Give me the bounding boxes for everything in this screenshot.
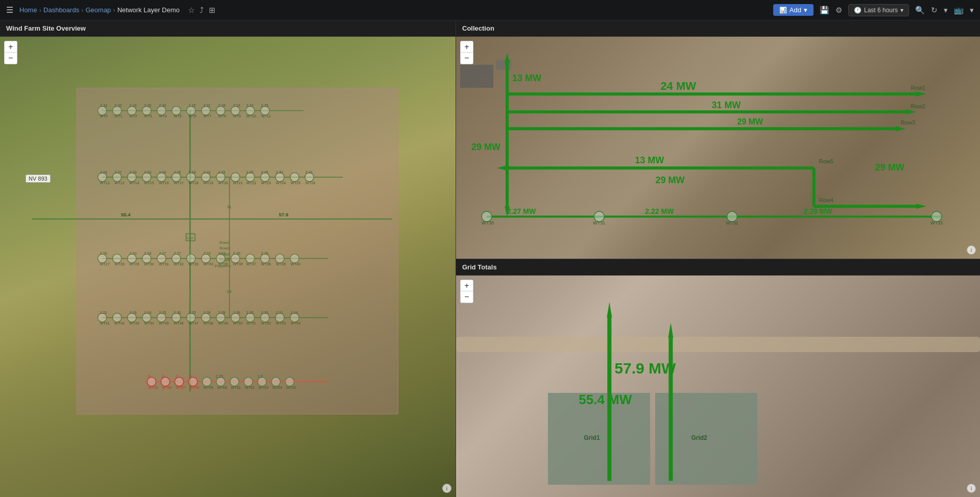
add-chevron-icon: ▾	[804, 6, 807, 14]
more-icon[interactable]: ▾	[970, 6, 974, 15]
grid-totals-zoom-in[interactable]: +	[461, 280, 473, 291]
svg-text:57.9 MW: 57.9 MW	[614, 360, 676, 377]
wind-farm-map-container[interactable]: + − NV 893	[0, 37, 456, 497]
grid-totals-zoom-out[interactable]: −	[461, 291, 473, 303]
left-panel-title: Wind Farm Site Overview	[0, 20, 456, 37]
grid-totals-info-icon[interactable]: i	[967, 484, 976, 493]
breadcrumb-sep-1: ›	[39, 6, 41, 14]
refresh-chevron-icon[interactable]: ▾	[944, 6, 948, 15]
hamburger-icon[interactable]: ☰	[6, 5, 13, 15]
left-panel: Wind Farm Site Overview + − NV 893	[0, 20, 456, 497]
svg-text:WT33: WT33	[930, 220, 943, 226]
grid-totals-svg: 57.9 MW 55.4 MW Grid1 Grid2	[456, 276, 980, 498]
svg-marker-204	[916, 91, 926, 96]
svg-text:29 MW: 29 MW	[875, 162, 904, 172]
svg-text:WT32: WT32	[726, 220, 738, 226]
settings-icon[interactable]: ⚙	[835, 6, 842, 15]
svg-text:Row4: Row4	[819, 197, 833, 203]
collection-panel: Collection 24 MW Row1	[456, 20, 980, 259]
svg-point-232	[482, 211, 492, 221]
topbar: ☰ Home › Dashboards › Geomap › Network L…	[0, 0, 980, 20]
svg-marker-222	[497, 165, 507, 170]
grid-satellite-bg: 57.9 MW 55.4 MW Grid1 Grid2 i + −	[456, 276, 980, 498]
svg-text:31 MW: 31 MW	[711, 100, 740, 110]
collection-map[interactable]: 24 MW Row1 31 MW Row2 29 MW Row3	[456, 37, 980, 259]
time-range-selector[interactable]: 🕐 Last 6 hours ▾	[848, 4, 909, 16]
svg-text:29 MW: 29 MW	[737, 117, 764, 126]
add-button[interactable]: Add ▾	[773, 4, 814, 16]
svg-text:29 MW: 29 MW	[655, 175, 684, 185]
zoom-in-button[interactable]: +	[5, 41, 17, 53]
info-icon[interactable]: i	[442, 484, 451, 493]
svg-text:Row1: Row1	[911, 85, 925, 91]
wind-farm-zone	[77, 88, 398, 414]
breadcrumb-sep-2: ›	[81, 6, 83, 14]
main-content: Wind Farm Site Overview + − NV 893	[0, 20, 980, 497]
svg-text:Grid2: Grid2	[691, 434, 707, 441]
collection-panel-title: Collection	[456, 20, 980, 37]
clock-icon: 🕐	[854, 7, 862, 14]
nav-icons: ☆ ⤴ ⊞	[188, 6, 216, 15]
zoom-controls: + −	[4, 41, 17, 64]
svg-marker-246	[668, 322, 673, 338]
collection-svg: 24 MW Row1 31 MW Row2 29 MW Row3	[456, 37, 980, 259]
svg-text:24 MW: 24 MW	[660, 80, 696, 92]
save-icon[interactable]: 💾	[820, 6, 829, 15]
breadcrumb-sep-3: ›	[113, 6, 115, 14]
grid-totals-zoom-controls: + −	[460, 280, 473, 303]
svg-marker-244	[607, 302, 612, 317]
collection-zoom-controls: + −	[460, 41, 473, 64]
collection-zoom-in[interactable]: +	[461, 41, 473, 53]
collection-zoom-out[interactable]: −	[461, 53, 473, 64]
wind-farm-map[interactable]: + − NV 893	[0, 37, 456, 497]
collection-info-icon[interactable]: i	[967, 245, 976, 255]
breadcrumb-dashboards[interactable]: Dashboards	[43, 6, 79, 14]
svg-point-238	[931, 211, 942, 221]
grid-totals-map[interactable]: 57.9 MW 55.4 MW Grid1 Grid2 i + −	[456, 276, 980, 498]
collection-satellite-bg: 24 MW Row1 31 MW Row2 29 MW Row3	[456, 37, 980, 259]
svg-marker-219	[505, 53, 510, 63]
svg-text:2.22 MW: 2.22 MW	[645, 207, 674, 215]
breadcrumb: Home › Dashboards › Geomap › Network Lay…	[19, 6, 180, 14]
time-chevron-icon: ▾	[900, 7, 903, 14]
nav-right: Add ▾ 💾 ⚙ 🕐 Last 6 hours ▾ 🔍 ↻ ▾ 📺 ▾	[773, 4, 974, 16]
svg-marker-208	[906, 109, 916, 114]
svg-text:WT30: WT30	[482, 220, 494, 226]
svg-text:Row3: Row3	[901, 119, 915, 126]
svg-text:2.29 MW: 2.29 MW	[804, 207, 833, 215]
road-label: NV 893	[26, 175, 51, 183]
grid-totals-panel: Grid Totals	[456, 259, 980, 498]
tv-icon[interactable]: 📺	[954, 6, 964, 15]
svg-text:29 MW: 29 MW	[471, 142, 500, 152]
add-label: Add	[790, 6, 801, 14]
breadcrumb-current: Network Layer Demo	[117, 6, 180, 14]
svg-text:Grid1: Grid1	[584, 434, 600, 441]
svg-text:2.27 MW: 2.27 MW	[507, 207, 536, 215]
svg-text:Row5: Row5	[819, 158, 833, 164]
svg-text:WT31: WT31	[593, 220, 605, 226]
grid-icon[interactable]: ⊞	[209, 6, 216, 15]
time-range-label: Last 6 hours	[864, 7, 898, 14]
refresh-icon[interactable]: ↻	[931, 6, 938, 15]
svg-text:Row2: Row2	[911, 103, 925, 109]
svg-point-234	[594, 211, 604, 221]
svg-text:13 MW: 13 MW	[635, 155, 664, 165]
svg-text:55.4 MW: 55.4 MW	[579, 392, 632, 407]
svg-point-236	[727, 211, 737, 221]
breadcrumb-home[interactable]: Home	[19, 6, 37, 14]
star-icon[interactable]: ☆	[188, 6, 195, 15]
grid-totals-title: Grid Totals	[456, 259, 980, 276]
svg-text:13 MW: 13 MW	[512, 73, 541, 83]
svg-marker-212	[896, 126, 906, 131]
zoom-out-icon[interactable]: 🔍	[915, 6, 925, 15]
svg-marker-228	[916, 204, 926, 209]
zoom-out-button[interactable]: −	[5, 53, 17, 64]
right-panel: Collection 24 MW Row1	[456, 20, 980, 497]
breadcrumb-geomap[interactable]: Geomap	[85, 6, 111, 14]
share-icon[interactable]: ⤴	[200, 6, 204, 14]
